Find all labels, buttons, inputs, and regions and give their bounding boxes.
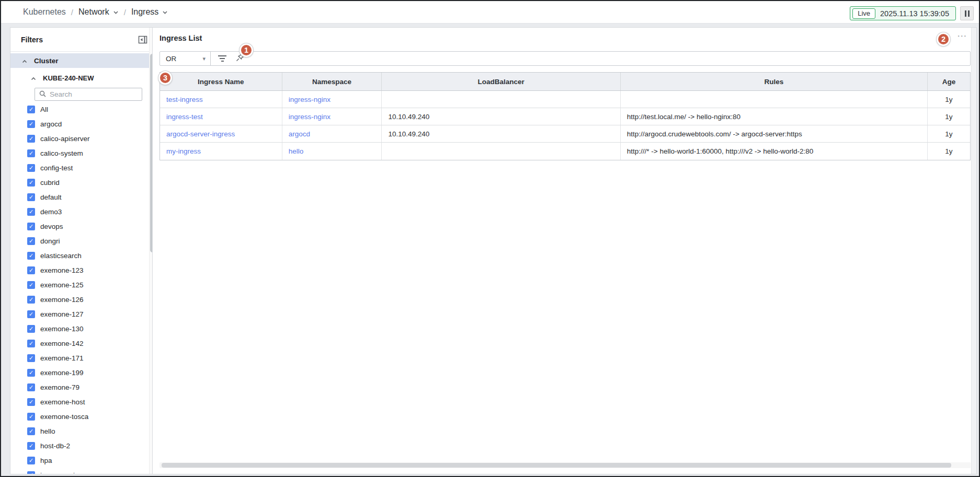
checkbox-checked-icon[interactable]: ✓ [27,383,35,391]
ingress-name-cell-link[interactable]: argocd-server-ingress [166,130,235,138]
checkbox-checked-icon[interactable]: ✓ [27,266,35,274]
checkbox-checked-icon[interactable]: ✓ [27,208,35,216]
namespace-filter-item[interactable]: ✓argocd [10,117,149,131]
filter-operator-value: OR [166,55,176,63]
cluster-node[interactable]: KUBE-240-NEW [10,71,150,85]
checkbox-checked-icon[interactable]: ✓ [27,457,35,464]
namespace-cell-link[interactable]: ingress-nginx [289,96,331,103]
checkbox-checked-icon[interactable]: ✓ [27,135,35,143]
ingress-name-cell-link[interactable]: test-ingress [166,96,203,103]
checkbox-checked-icon[interactable]: ✓ [27,310,35,318]
app-window: Kubernetes / Network / Ingress Live 2025… [0,0,980,477]
column-header-rules[interactable]: Rules [621,73,928,90]
checkbox-checked-icon[interactable]: ✓ [27,237,35,245]
filters-sidebar: Filters Cluster KUBE-240-NEW ✓All✓argocd… [10,27,156,474]
horizontal-scrollbar-thumb[interactable] [162,463,951,468]
namespace-filter-item[interactable]: ✓exemone-125 [10,277,149,292]
cluster-group-label: Cluster [34,57,59,65]
namespace-filter-item[interactable]: ✓exemone-199 [10,365,149,380]
overflow-menu-icon[interactable]: ⋯ [957,33,968,39]
loadbalancer-cell [382,143,620,160]
namespace-filter-item[interactable]: ✓exemone-142 [10,336,149,351]
namespace-filter-item[interactable]: ✓devops [10,219,149,234]
namespace-filter-item[interactable]: ✓All [10,102,149,117]
namespace-filter-item[interactable]: ✓exemone-127 [10,307,149,321]
table-body: test-ingressingress-nginx1yingress-testi… [160,91,970,160]
namespace-filter-item[interactable]: ✓default [10,190,149,204]
loadbalancer-cell: 10.10.49.240 [382,108,620,125]
filter-operator-select[interactable]: OR ▾ [160,52,211,65]
checkbox-checked-icon[interactable]: ✓ [27,252,35,260]
age-cell: 1y [928,108,970,125]
namespace-search[interactable] [35,88,142,101]
filter-icon[interactable] [218,55,226,62]
namespace-filter-item[interactable]: ✓exemone-171 [10,351,149,365]
breadcrumb-root[interactable]: Kubernetes [23,7,66,17]
checkbox-checked-icon[interactable]: ✓ [27,325,35,333]
checkbox-checked-icon[interactable]: ✓ [27,149,35,157]
namespace-filter-item[interactable]: ✓hpa [10,453,149,468]
column-header-loadbalancer[interactable]: LoadBalancer [382,73,620,90]
namespace-filter-item[interactable]: ✓exemone-tosca [10,409,149,424]
breadcrumb-menu-ingress[interactable]: Ingress [131,7,168,17]
ingress-name-cell-link[interactable]: my-ingress [166,147,201,155]
namespace-label: exemone-126 [40,296,84,304]
checkbox-checked-icon[interactable]: ✓ [27,120,35,128]
pause-icon [965,10,966,17]
checkbox-checked-icon[interactable]: ✓ [27,471,35,474]
namespace-filter-item[interactable]: ✓exemone-host [10,394,149,409]
checkbox-checked-icon[interactable]: ✓ [27,398,35,406]
namespace-filter-item[interactable]: ✓exemone-79 [10,380,149,394]
namespace-filter-item[interactable]: ✓dongri [10,234,149,248]
breadcrumb-menu-network[interactable]: Network [78,7,119,17]
namespace-filter-item[interactable]: ✓hello [10,424,149,438]
ingress-name-cell: test-ingress [160,91,282,108]
namespace-filter-item[interactable]: ✓exemone-123 [10,263,149,277]
namespace-filter-item[interactable]: ✓demo3 [10,204,149,219]
namespace-label: exemone-130 [40,325,84,333]
namespace-cell-link[interactable]: argocd [289,130,310,138]
namespace-filter-item[interactable]: ✓config-test [10,160,149,175]
column-header-ingress-name[interactable]: Ingress Name [160,73,282,90]
namespace-filter-item[interactable]: ✓ingress-nginx [10,468,149,474]
namespace-filter-item[interactable]: ✓cubrid [10,175,149,190]
namespace-filter-item[interactable]: ✓exemone-126 [10,292,149,307]
chevron-up-icon[interactable] [21,57,28,64]
loadbalancer-cell: 10.10.49.240 [382,125,620,142]
checkbox-checked-icon[interactable]: ✓ [27,427,35,435]
checkbox-checked-icon[interactable]: ✓ [27,179,35,187]
checkbox-checked-icon[interactable]: ✓ [27,223,35,230]
collapse-sidebar-icon[interactable] [138,34,148,45]
namespace-filter-item[interactable]: ✓calico-apiserver [10,131,149,146]
top-navigation-bar: Kubernetes / Network / Ingress Live 2025… [1,1,979,24]
column-header-namespace[interactable]: Namespace [282,73,382,90]
namespace-filter-item[interactable]: ✓elasticsearch [10,248,149,263]
ingress-name-cell-link[interactable]: ingress-test [166,113,203,121]
column-header-age[interactable]: Age [928,73,970,90]
rules-cell: http://test.local.me/ -> hello-nginx:80 [621,108,928,125]
checkbox-checked-icon[interactable]: ✓ [27,164,35,172]
checkbox-checked-icon[interactable]: ✓ [27,369,35,377]
checkbox-checked-icon[interactable]: ✓ [27,281,35,289]
namespace-filter-item[interactable]: ✓host-db-2 [10,438,149,453]
search-input[interactable] [50,90,138,98]
namespace-cell-link[interactable]: ingress-nginx [289,113,331,121]
chevron-up-icon[interactable] [30,75,37,81]
horizontal-scrollbar[interactable] [159,462,971,468]
vertical-scrollbar[interactable] [971,28,976,474]
checkbox-checked-icon[interactable]: ✓ [27,340,35,347]
checkbox-checked-icon[interactable]: ✓ [27,193,35,201]
annotation-badge-2: 2 [937,32,950,46]
namespace-cell-link[interactable]: hello [289,147,304,155]
namespace-filter-item[interactable]: ✓exemone-130 [10,321,149,336]
filter-group-cluster[interactable]: Cluster [10,53,150,68]
checkbox-checked-icon[interactable]: ✓ [27,106,35,113]
namespace-label: All [40,106,48,113]
pause-button[interactable] [960,6,974,20]
namespace-filter-item[interactable]: ✓calico-system [10,146,149,160]
checkbox-checked-icon[interactable]: ✓ [27,296,35,304]
checkbox-checked-icon[interactable]: ✓ [27,413,35,421]
checkbox-checked-icon[interactable]: ✓ [27,442,35,450]
filters-header: Filters [10,28,155,52]
checkbox-checked-icon[interactable]: ✓ [27,354,35,362]
